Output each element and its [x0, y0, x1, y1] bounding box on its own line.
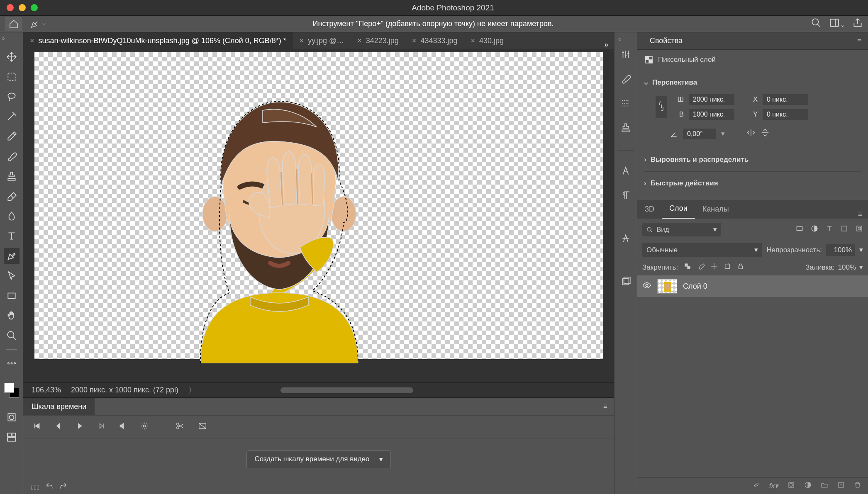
- quickmask-icon[interactable]: [4, 409, 20, 425]
- doc-tab-3[interactable]: ×434333.jpg: [405, 32, 464, 49]
- doc-tab-2[interactable]: ×34223.jpg: [351, 32, 405, 49]
- home-button[interactable]: [5, 17, 22, 31]
- panel-menu-icon[interactable]: ≡: [597, 402, 614, 411]
- group-icon[interactable]: [821, 481, 828, 491]
- paragraph-icon[interactable]: [620, 190, 631, 203]
- rectangle-tool[interactable]: [4, 288, 20, 304]
- filter-shape-icon[interactable]: [841, 225, 848, 234]
- panel-handle-icon[interactable]: »: [2, 35, 5, 41]
- close-icon[interactable]: ×: [471, 37, 475, 45]
- next-frame-icon[interactable]: [97, 422, 105, 432]
- pen-tool[interactable]: [4, 248, 20, 264]
- layer-name[interactable]: Слой 0: [683, 282, 707, 291]
- color-swatches[interactable]: [4, 383, 19, 398]
- mask-icon[interactable]: [788, 481, 795, 491]
- share-icon[interactable]: [852, 17, 863, 30]
- first-frame-icon[interactable]: [32, 422, 41, 432]
- blend-mode-select[interactable]: Обычные▾: [642, 243, 762, 257]
- brushes-icon[interactable]: [620, 73, 631, 86]
- lock-all-icon[interactable]: [737, 263, 744, 272]
- eraser-tool[interactable]: [4, 188, 20, 204]
- link-layers-icon[interactable]: [753, 481, 760, 491]
- close-icon[interactable]: ×: [412, 37, 417, 45]
- layer-row[interactable]: Слой 0: [637, 275, 868, 297]
- screenmode-icon[interactable]: [4, 429, 20, 445]
- close-icon[interactable]: ×: [357, 37, 362, 45]
- create-timeline-button[interactable]: Создать шкалу времени для видео ▾: [246, 450, 390, 468]
- lasso-tool[interactable]: [4, 89, 20, 105]
- y-field[interactable]: 0 пикс.: [763, 109, 808, 120]
- doc-info[interactable]: 2000 пикс. x 1000 пикс. (72 ppi): [71, 386, 178, 394]
- fill-field[interactable]: 100%: [838, 263, 856, 272]
- info-chevron-icon[interactable]: 〉: [188, 385, 196, 395]
- tabs-overflow-icon[interactable]: »: [599, 41, 614, 49]
- gradient-tool[interactable]: [4, 208, 20, 224]
- settings-icon[interactable]: [140, 422, 149, 432]
- brush-tool[interactable]: [4, 148, 20, 164]
- close-icon[interactable]: ×: [30, 37, 34, 45]
- lock-transparency-icon[interactable]: [684, 263, 691, 272]
- zoom-tool[interactable]: [4, 328, 20, 343]
- properties-tab[interactable]: Свойства: [644, 32, 688, 49]
- height-field[interactable]: 1000 пикс.: [689, 109, 734, 120]
- canvas-area[interactable]: [23, 49, 614, 382]
- x-field[interactable]: 0 пикс.: [763, 94, 808, 105]
- visibility-icon[interactable]: [642, 281, 651, 292]
- workspace-icon[interactable]: [829, 17, 845, 30]
- layer-filter-select[interactable]: Вид ▾: [642, 223, 721, 236]
- horizontal-scrollbar[interactable]: [280, 387, 413, 393]
- libraries-icon[interactable]: [620, 276, 631, 289]
- minimize-window-icon[interactable]: [19, 4, 26, 11]
- filter-adjust-icon[interactable]: [811, 225, 818, 234]
- character-icon[interactable]: [620, 165, 631, 178]
- redo-icon[interactable]: [59, 482, 68, 492]
- doc-tab-0[interactable]: ×susan-wilkinson-BfWDyQ10uMk-unsplash.jp…: [23, 32, 293, 49]
- panel-menu-icon[interactable]: ≡: [857, 37, 861, 45]
- delete-icon[interactable]: [854, 481, 861, 491]
- 3d-tab[interactable]: 3D: [637, 200, 662, 219]
- path-select-tool[interactable]: [4, 268, 20, 284]
- fx-icon[interactable]: fx▾: [769, 482, 778, 490]
- search-icon[interactable]: [811, 17, 822, 30]
- edit-toolbar-icon[interactable]: [4, 355, 20, 371]
- hand-tool[interactable]: [4, 308, 20, 324]
- scissors-icon[interactable]: [176, 421, 185, 433]
- zoom-level[interactable]: 106,43%: [32, 386, 61, 394]
- adjustments-icon[interactable]: [620, 49, 631, 62]
- audio-icon[interactable]: [119, 422, 127, 432]
- transition-icon[interactable]: [198, 421, 207, 433]
- prev-frame-icon[interactable]: [54, 422, 62, 432]
- angle-dropdown-icon[interactable]: ▾: [721, 129, 725, 138]
- filter-smart-icon[interactable]: [856, 225, 863, 234]
- type-tool[interactable]: [4, 228, 20, 244]
- channels-tab[interactable]: Каналы: [695, 200, 736, 219]
- undo-icon[interactable]: [45, 482, 54, 492]
- eyedropper-tool[interactable]: [4, 129, 20, 144]
- angle-field[interactable]: 0,00°: [683, 129, 716, 139]
- transform-section-header[interactable]: ⌵Перспектива: [644, 75, 861, 90]
- wand-tool[interactable]: [4, 109, 20, 124]
- timeline-tab[interactable]: Шкала времени: [23, 398, 95, 415]
- filter-type-icon[interactable]: [826, 225, 833, 234]
- align-section-header[interactable]: ›Выровнять и распределить: [644, 152, 861, 167]
- lock-artboard-icon[interactable]: [724, 263, 731, 272]
- doc-tab-1[interactable]: ×yy.jpg @…: [293, 32, 351, 49]
- move-tool[interactable]: [4, 49, 20, 65]
- flip-horizontal-icon[interactable]: [746, 128, 756, 139]
- foreground-color-swatch[interactable]: [4, 383, 14, 393]
- panel-menu-icon[interactable]: ≡: [852, 210, 868, 219]
- layer-thumbnail[interactable]: [657, 279, 677, 294]
- flip-vertical-icon[interactable]: [761, 128, 770, 139]
- width-field[interactable]: 2000 пикс.: [689, 94, 734, 105]
- layers-tab[interactable]: Слои: [662, 199, 695, 219]
- lock-position-icon[interactable]: [710, 263, 718, 272]
- marquee-tool[interactable]: [4, 69, 20, 85]
- panel-handle-icon[interactable]: «: [618, 36, 622, 42]
- filter-pixel-icon[interactable]: [796, 225, 803, 234]
- window-controls[interactable]: [0, 4, 38, 11]
- stamp-tool[interactable]: [4, 168, 20, 184]
- close-icon[interactable]: ×: [300, 37, 304, 45]
- quick-actions-header[interactable]: ›Быстрые действия: [644, 176, 861, 191]
- new-layer-icon[interactable]: [837, 481, 845, 491]
- maximize-window-icon[interactable]: [31, 4, 38, 11]
